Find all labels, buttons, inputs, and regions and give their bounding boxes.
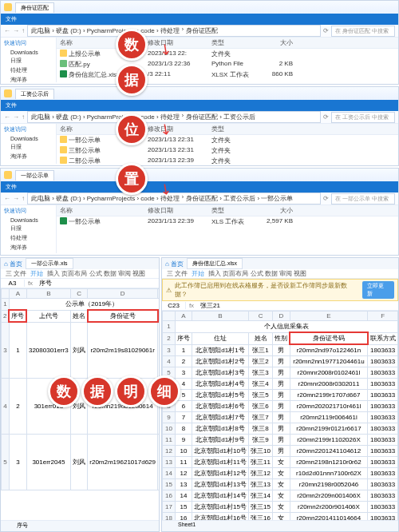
breadcrumb[interactable]: 此电脑 › 硬盘 (D:) › PycharmProjects › code ›… bbox=[27, 25, 321, 37]
xls-icon bbox=[60, 217, 67, 224]
menu-bar[interactable]: 三 文件开始插入 页面布局 公式 数据 审阅 视图 bbox=[1, 269, 159, 279]
table-row[interactable]: 97北京朝阳d1村7号张三7男r20mn2119r006461l1803633 bbox=[163, 411, 398, 423]
folder-icon bbox=[4, 89, 12, 97]
table-row[interactable]: 86北京朝阳d1村6号张三6男r20mn202021710r461l180363… bbox=[163, 400, 398, 411]
doc-tab[interactable]: 身份信息汇总.xlsx bbox=[187, 258, 243, 269]
breadcrumb[interactable]: 此电脑 › 硬盘 (D:) › PycharmProjects › code ›… bbox=[27, 111, 321, 123]
sb-other[interactable]: 淘洋券 bbox=[4, 75, 53, 85]
table-row[interactable]: 108北京朝阳d1村8号张三8男r20mn2199r0121r661718036… bbox=[163, 423, 398, 434]
search-input[interactable]: 在 工资公示后 中搜索 bbox=[331, 112, 395, 123]
quick-access: 快速访问 Downloads 日报 待处理 淘洋券 bbox=[1, 205, 57, 253]
folder-icon bbox=[60, 157, 67, 164]
refresh-icon[interactable]: ⟳ bbox=[323, 27, 329, 34]
file-list: 名称修改日期类型大小 上报公示单2023/1/13 22:文件夹 匹配.py20… bbox=[57, 38, 398, 82]
back-icon[interactable]: ← bbox=[4, 27, 10, 34]
file-row[interactable]: 一部公示单2023/1/13 22:31文件夹 bbox=[57, 135, 398, 145]
quick-access: 快速访问 Downloads 日报 待处理 淘洋券 bbox=[1, 38, 57, 82]
table-row[interactable]: 75北京朝阳d1村5号张三5男r20mn2199r1707d6671803633 bbox=[163, 389, 398, 400]
file-row[interactable]: 一部公示单2023/1/13 22:39XLS 工作表2,597 KB bbox=[57, 216, 398, 227]
update-button[interactable]: 立即更新 bbox=[362, 281, 394, 299]
titlebar[interactable]: 一部公示单 bbox=[1, 169, 398, 181]
table-row[interactable]: 53北京朝阳d1村3号张三3男r20mnr2008r0102461l180363… bbox=[163, 367, 398, 378]
folder-icon bbox=[60, 136, 67, 143]
explorer-window-1: 身份证匹配 文件 ←→↑ 此电脑 › 硬盘 (D:) › PycharmProj… bbox=[0, 0, 399, 85]
quick-access: 快速访问 Downloads 日报 淘洋券 bbox=[1, 124, 57, 164]
sb-daily[interactable]: 日报 bbox=[4, 56, 53, 66]
search-input[interactable]: 在 一部公示单 中搜索 bbox=[331, 193, 395, 204]
tab[interactable]: 工资公示后 bbox=[15, 89, 54, 99]
up-icon[interactable]: ↑ bbox=[22, 27, 25, 34]
columns[interactable]: 名称修改日期类型大小 bbox=[57, 38, 398, 49]
folder-icon bbox=[60, 50, 67, 57]
doc-tab[interactable]: 一部公示单.xls bbox=[26, 258, 73, 269]
file-row[interactable]: 三部公示单2023/1/13 22:31文件夹 bbox=[57, 145, 398, 156]
fx-icon[interactable]: fx bbox=[186, 302, 197, 309]
back-icon[interactable]: ← bbox=[4, 113, 10, 121]
quick-head[interactable]: 快速访问 bbox=[4, 39, 53, 47]
file-row[interactable]: 匹配.py2023/1/3 22:36Python File2 KB bbox=[57, 59, 398, 69]
tab[interactable]: 一部公示单 bbox=[15, 170, 54, 181]
search-input[interactable]: 在 身份证匹配 中搜索 bbox=[331, 26, 395, 37]
sb-downloads[interactable]: Downloads bbox=[4, 49, 53, 56]
address-bar: ←→↑ 此电脑 › 硬盘 (D:) › PycharmProjects › co… bbox=[1, 25, 398, 38]
fwd-icon[interactable]: → bbox=[13, 27, 19, 34]
sheet-tab[interactable]: 序号 bbox=[1, 520, 159, 531]
sheet-tab[interactable]: Sheet1 bbox=[162, 520, 398, 531]
table-row[interactable]: 1513北京朝阳d1村13号张三13女r20mn2198r00520461803… bbox=[163, 478, 398, 490]
update-banner: ⚠此工作簿已启用到在线表格服务，是否设新工作簿同步最新数据？立即更新 bbox=[162, 279, 398, 301]
callout-circle: 据 bbox=[116, 64, 148, 96]
ribbon[interactable]: 文件 bbox=[1, 181, 398, 193]
back-icon[interactable]: ← bbox=[4, 195, 10, 202]
file-list: 名称修改日期类型 一部公示单2023/1/13 22:31文件夹 三部公示单20… bbox=[57, 124, 398, 164]
callout-circle: 置 bbox=[116, 163, 148, 195]
ribbon[interactable]: 文件 bbox=[1, 14, 398, 25]
file-list: 名称修改日期类型大小 一部公示单2023/1/13 22:39XLS 工作表2,… bbox=[57, 205, 398, 253]
table-row[interactable]: 1311北京朝阳d1村11号张三11女r20mn2198n1210r0r6218… bbox=[163, 456, 398, 467]
grid[interactable]: ABCDEF 1个人信息采集表 2序号住址姓名性别身份证号码联系方式 31北京朝… bbox=[162, 311, 398, 528]
address-bar: ←→↑ 此电脑 › 硬盘 (D:) › PycharmProjects › co… bbox=[1, 193, 398, 205]
up-icon[interactable]: ↑ bbox=[22, 195, 25, 202]
breadcrumb[interactable]: 此电脑 › 硬盘 (D:) › PycharmProjects › code ›… bbox=[27, 193, 321, 204]
folder-icon bbox=[4, 171, 12, 179]
fwd-icon[interactable]: → bbox=[13, 113, 19, 121]
table-row[interactable]: 1715北京朝阳d1村15号张三15女r20mn2r200r901406X180… bbox=[163, 501, 398, 512]
explorer-window-2: 工资公示后 文件 ←→↑ 此电脑 › 硬盘 (D:) › PycharmProj… bbox=[0, 86, 399, 166]
refresh-icon[interactable]: ⟳ bbox=[323, 195, 329, 202]
folder-icon bbox=[60, 146, 67, 153]
spreadsheet-right: ⌂ 首页身份信息汇总.xlsx 三 文件开始插入 页面布局 公式 数据 审阅 视… bbox=[161, 257, 399, 532]
py-icon bbox=[60, 60, 67, 67]
formula-bar[interactable]: A3fx序号 bbox=[1, 279, 159, 288]
file-row[interactable]: 上报公示单2023/1/13 22:文件夹 bbox=[57, 49, 398, 59]
callout-row: 数 据 明 细 bbox=[48, 375, 180, 407]
table-row[interactable]: 119北京朝阳d1村9号张三9男r20mn2199r1102026X180363… bbox=[163, 434, 398, 445]
titlebar[interactable]: 身份证匹配 bbox=[1, 1, 398, 14]
tab[interactable]: 身份证匹配 bbox=[15, 2, 54, 13]
fwd-icon[interactable]: → bbox=[13, 195, 19, 202]
ribbon[interactable]: 文件 bbox=[1, 100, 398, 111]
home-icon[interactable]: ⌂ 首页 bbox=[165, 260, 184, 268]
home-icon[interactable]: ⌂ 首页 bbox=[4, 260, 22, 268]
table-row[interactable]: 1614北京朝阳d1村14号张三14女r20mn2r209n001406X180… bbox=[163, 490, 398, 501]
callout-circle: 数 bbox=[116, 29, 148, 61]
sb-pending[interactable]: 待处理 bbox=[4, 66, 53, 75]
address-bar: ←→↑ 此电脑 › 硬盘 (D:) › PycharmProjects › co… bbox=[1, 111, 398, 124]
table-row[interactable]: 42北京朝阳d1村2号张三2男r20mn2nn19771204461u18036… bbox=[163, 355, 398, 367]
refresh-icon[interactable]: ⟳ bbox=[323, 113, 329, 121]
callout-circle: 位 bbox=[116, 113, 148, 145]
file-row[interactable]: 身份信息汇总.xlsx/3 22:11XLSX 工作表860 KB bbox=[57, 69, 398, 80]
fx-icon[interactable]: fx bbox=[25, 280, 36, 287]
window-tabs: ⌂ 首页身份信息汇总.xlsx bbox=[162, 258, 398, 269]
folder-icon bbox=[4, 3, 12, 11]
table-row[interactable]: 64北京朝阳d1村4号张三4男r20mnr2008r03020111803633 bbox=[163, 378, 398, 389]
window-tabs: ⌂ 首页一部公示单.xls bbox=[1, 258, 159, 269]
explorer-window-3: 一部公示单 文件 ←→↑ 此电脑 › 硬盘 (D:) › PycharmProj… bbox=[0, 168, 399, 256]
up-icon[interactable]: ↑ bbox=[22, 113, 25, 121]
xlsx-icon bbox=[60, 70, 67, 77]
table-row[interactable]: 1412北京朝阳d1村12号张三12女r10d2d01nnn7100r62X18… bbox=[163, 467, 398, 478]
file-row[interactable]: 二部公示单2023/1/13 22:39文件夹 bbox=[57, 156, 398, 166]
table-row[interactable]: 1210北京朝阳d1村10号张三10男r20mn2201241104612180… bbox=[163, 445, 398, 456]
formula-bar[interactable]: C23fx张三21 bbox=[162, 301, 398, 311]
table-row[interactable]: 31北京朝阳d1村1号张三1男r20mn2nd97o122461n1803633 bbox=[163, 344, 398, 355]
titlebar[interactable]: 工资公示后 bbox=[1, 87, 398, 100]
menu-bar[interactable]: 三 文件开始插入 页面布局 公式 数据 审阅 视图 bbox=[162, 269, 398, 279]
